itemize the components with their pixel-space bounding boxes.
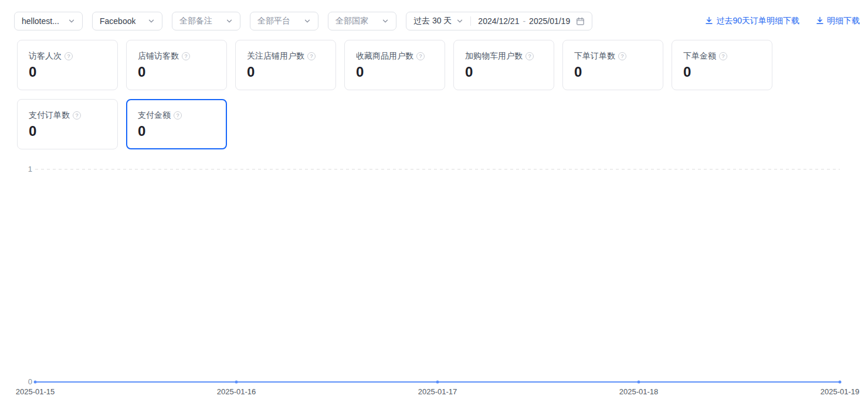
x-axis-tick-label: 2025-01-19 [820, 387, 860, 396]
download-90d-orders-link[interactable]: 过去90天订单明细下载 [705, 16, 799, 26]
account-select-value: hellotest... [22, 16, 59, 26]
metric-card-head: 加购物车用户数 ? [465, 51, 542, 62]
help-circle-icon[interactable]: ? [65, 52, 73, 60]
help-circle-icon[interactable]: ? [719, 52, 727, 60]
metric-card[interactable]: 下单订单数 ? 0 [562, 40, 663, 90]
date-range-value[interactable]: 2024/12/21 - 2025/01/19 [478, 16, 570, 26]
metric-card-head: 店铺访客数 ? [138, 51, 215, 62]
metric-label: 下单订单数 [574, 51, 615, 62]
metric-label: 关注店铺用户数 [247, 51, 304, 62]
data-point [235, 381, 238, 384]
download-detail-label: 明细下载 [827, 16, 860, 26]
metric-card-head: 关注店铺用户数 ? [247, 51, 324, 62]
metric-card-head: 下单订单数 ? [574, 51, 652, 62]
metric-label: 下单金额 [683, 51, 716, 62]
date-start: 2024/12/21 [478, 16, 519, 26]
download-links: 过去90天订单明细下载 明细下载 [705, 16, 860, 26]
help-circle-icon[interactable]: ? [73, 111, 81, 120]
account-select[interactable]: hellotest... [14, 12, 83, 30]
line-chart-svg [0, 159, 868, 394]
metric-label: 访客人次 [29, 51, 62, 62]
data-point [839, 381, 842, 384]
chevron-down-icon [382, 18, 389, 25]
metric-label: 支付订单数 [29, 110, 70, 121]
chevron-down-icon [304, 18, 311, 25]
metric-card-head: 下单金额 ? [683, 51, 761, 62]
chevron-down-icon [226, 18, 233, 25]
metric-card[interactable]: 支付订单数 ? 0 [17, 99, 118, 149]
x-axis-tick-label: 2025-01-15 [16, 387, 55, 396]
x-axis-tick-label: 2025-01-16 [217, 387, 256, 396]
y-axis-tick-label: 0 [0, 377, 32, 386]
x-axis-tick-label: 2025-01-17 [418, 387, 457, 396]
data-point [34, 381, 37, 384]
chevron-down-icon [456, 18, 463, 25]
note-select[interactable]: 全部备注 [172, 12, 240, 30]
metric-card-head: 支付金额 ? [138, 110, 215, 121]
chevron-down-icon [68, 18, 75, 25]
metric-card-head: 收藏商品用户数 ? [356, 51, 433, 62]
platform-select[interactable]: 全部平台 [250, 12, 318, 30]
metric-value: 0 [683, 64, 761, 80]
date-preset-select[interactable]: 过去 30 天 [413, 16, 463, 26]
help-circle-icon[interactable]: ? [307, 52, 316, 60]
metric-value: 0 [356, 64, 433, 80]
download-icon [705, 16, 713, 26]
metric-card-head: 支付订单数 ? [29, 110, 106, 121]
metric-value: 0 [29, 64, 106, 80]
metric-card[interactable]: 店铺访客数 ? 0 [126, 40, 227, 90]
metric-card[interactable]: 下单金额 ? 0 [672, 40, 772, 90]
date-separator: - [523, 16, 525, 26]
metric-value: 0 [138, 123, 215, 139]
download-detail-link[interactable]: 明细下载 [816, 16, 860, 26]
note-select-value: 全部备注 [179, 16, 212, 26]
channel-select[interactable]: Facebook [92, 12, 162, 30]
chevron-down-icon [148, 18, 155, 25]
country-select[interactable]: 全部国家 [328, 12, 396, 30]
help-circle-icon[interactable]: ? [182, 52, 190, 60]
metric-card[interactable]: 关注店铺用户数 ? 0 [235, 40, 336, 90]
metric-card-head: 访客人次 ? [29, 51, 106, 62]
metric-value: 0 [465, 64, 542, 80]
metric-value: 0 [138, 64, 215, 80]
data-point [638, 381, 640, 384]
help-circle-icon[interactable]: ? [525, 52, 534, 60]
divider [470, 16, 471, 26]
metric-value: 0 [247, 64, 324, 80]
help-circle-icon[interactable]: ? [416, 52, 425, 60]
date-end: 2025/01/19 [529, 16, 570, 26]
chart-area: 012025-01-152025-01-162025-01-172025-01-… [0, 159, 868, 406]
metric-card[interactable]: 支付金额 ? 0 [126, 99, 227, 149]
platform-select-value: 全部平台 [257, 16, 290, 26]
metric-card[interactable]: 加购物车用户数 ? 0 [453, 40, 554, 90]
channel-select-value: Facebook [100, 16, 135, 26]
metric-label: 加购物车用户数 [465, 51, 523, 62]
filter-bar: hellotest... Facebook 全部备注 全部平台 全部国家 过去 … [0, 0, 868, 30]
metric-card[interactable]: 访客人次 ? 0 [17, 40, 118, 90]
x-axis-tick-label: 2025-01-18 [619, 387, 659, 396]
help-circle-icon[interactable]: ? [174, 111, 182, 120]
download-icon [816, 16, 824, 26]
date-preset-value: 过去 30 天 [413, 16, 452, 26]
date-range-control[interactable]: 过去 30 天 2024/12/21 - 2025/01/19 [406, 12, 592, 30]
metric-cards: 访客人次 ? 0 店铺访客数 ? 0 关注店铺用户数 ? 0 收藏商品用户数 ?… [0, 30, 868, 149]
metric-label: 支付金额 [138, 110, 171, 121]
y-axis-tick-label: 1 [0, 165, 32, 173]
metric-label: 收藏商品用户数 [356, 51, 413, 62]
metric-label: 店铺访客数 [138, 51, 179, 62]
help-circle-icon[interactable]: ? [618, 52, 626, 60]
country-select-value: 全部国家 [335, 16, 368, 26]
download-90d-orders-label: 过去90天订单明细下载 [716, 16, 799, 26]
metric-value: 0 [574, 64, 652, 80]
metric-card[interactable]: 收藏商品用户数 ? 0 [344, 40, 445, 90]
metric-value: 0 [29, 123, 106, 139]
data-point [436, 381, 439, 384]
calendar-icon [576, 17, 585, 26]
